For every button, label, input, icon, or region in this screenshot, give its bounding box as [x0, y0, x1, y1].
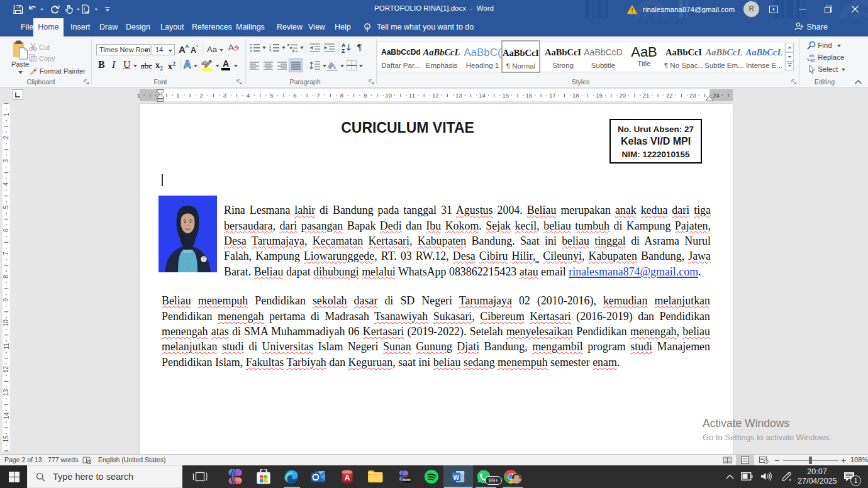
- svg-text:21: 21: [643, 92, 650, 99]
- svg-text:7: 7: [317, 92, 320, 99]
- svg-text:3: 3: [269, 49, 271, 52]
- svg-text:12: 12: [432, 92, 439, 99]
- svg-text:5: 5: [3, 205, 10, 209]
- svg-text:14: 14: [479, 92, 486, 99]
- svg-text:10: 10: [386, 92, 392, 99]
- svg-text:6: 6: [3, 228, 10, 232]
- svg-text:1: 1: [137, 92, 140, 99]
- svg-text:6: 6: [293, 92, 296, 99]
- svg-text:8: 8: [340, 92, 343, 99]
- svg-text:12: 12: [3, 365, 10, 373]
- svg-text:7: 7: [3, 252, 10, 255]
- svg-text:23: 23: [689, 92, 696, 99]
- svg-text:A: A: [228, 43, 234, 52]
- svg-text:A: A: [345, 474, 350, 482]
- svg-text:1: 1: [176, 92, 179, 99]
- svg-text:9: 9: [3, 298, 10, 302]
- svg-text:3: 3: [223, 92, 226, 99]
- svg-text:17: 17: [549, 92, 556, 99]
- svg-text:5: 5: [270, 92, 273, 99]
- svg-text:Z: Z: [342, 48, 345, 53]
- svg-text:1: 1: [3, 113, 10, 116]
- svg-text:2: 2: [3, 136, 10, 140]
- svg-text:15: 15: [3, 435, 10, 443]
- svg-text:4: 4: [247, 92, 250, 99]
- svg-text:11: 11: [3, 343, 10, 350]
- svg-text:15: 15: [503, 92, 509, 99]
- svg-text:9: 9: [364, 92, 367, 99]
- svg-text:16: 16: [526, 92, 533, 99]
- svg-text:13: 13: [3, 389, 10, 396]
- svg-text:8: 8: [3, 275, 10, 279]
- svg-text:24: 24: [713, 92, 720, 99]
- svg-text:M365: M365: [403, 479, 411, 482]
- svg-text:13: 13: [455, 92, 462, 99]
- svg-text:14: 14: [3, 412, 10, 419]
- svg-text:20: 20: [620, 92, 626, 99]
- svg-text:11: 11: [409, 92, 415, 99]
- svg-text:10: 10: [3, 319, 10, 327]
- svg-text:ac: ac: [810, 57, 815, 62]
- svg-text:W: W: [453, 474, 459, 481]
- svg-text:22: 22: [666, 92, 673, 99]
- svg-text:18: 18: [572, 92, 579, 99]
- svg-text:3: 3: [3, 158, 10, 162]
- svg-text:19: 19: [596, 92, 603, 99]
- svg-text:2: 2: [200, 92, 203, 99]
- svg-text:4: 4: [3, 182, 10, 186]
